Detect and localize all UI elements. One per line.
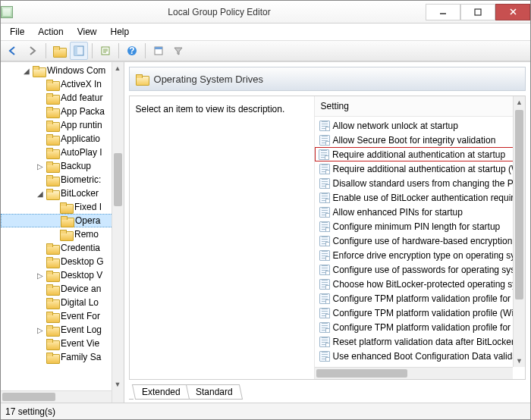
tab-extended[interactable]: Extended (131, 384, 190, 400)
setting-item[interactable]: Require additional authentication at sta… (315, 161, 525, 176)
scroll-down-icon[interactable]: ▼ (514, 355, 525, 367)
menu-action[interactable]: Action (32, 25, 69, 39)
tree-item[interactable]: Opera (1, 214, 124, 227)
tree[interactable]: ◢Windows ComActiveX InAdd featurApp Pack… (1, 62, 124, 403)
tree-item[interactable]: Digital Lo (1, 296, 124, 309)
properties-button[interactable] (149, 42, 168, 60)
back-button[interactable] (4, 42, 22, 60)
setting-item[interactable]: Configure use of hardware-based encrypti… (315, 234, 525, 248)
setting-item[interactable]: Enforce drive encryption type on operati… (315, 248, 525, 262)
tree-item[interactable]: ▷Backup (1, 159, 124, 173)
export-button[interactable] (96, 42, 115, 60)
setting-item[interactable]: Configure minimum PIN length for startup (315, 219, 525, 234)
setting-item[interactable]: Configure TPM platform validation profil… (315, 320, 525, 334)
setting-item[interactable]: Require additional authentication at sta… (315, 147, 525, 161)
setting-item[interactable]: Choose how BitLocker-protected operating… (315, 277, 525, 291)
show-tree-button[interactable] (70, 42, 88, 60)
folder-icon (60, 202, 72, 212)
setting-item[interactable]: Allow Secure Boot for integrity validati… (315, 133, 525, 147)
setting-label: Configure minimum PIN length for startup (333, 221, 501, 232)
scroll-thumb[interactable] (316, 369, 407, 378)
tree-item[interactable]: ▷Desktop V (1, 268, 124, 282)
tree-item[interactable]: ◢BitLocker (1, 186, 124, 200)
tree-item[interactable]: ◢Windows Com (1, 64, 124, 77)
tree-item-label: Desktop V (61, 270, 102, 281)
tree-item-label: Opera (75, 215, 100, 226)
setting-item[interactable]: Configure TPM platform validation profil… (315, 291, 525, 306)
settings-list[interactable]: Allow network unlock at startupAllow Sec… (315, 117, 525, 379)
menu-file[interactable]: File (4, 25, 30, 39)
tree-item[interactable]: Applicatio (1, 132, 124, 146)
tree-item[interactable]: App runtin (1, 118, 124, 132)
details-header: Operating System Drives (129, 67, 526, 91)
expander-icon[interactable]: ▷ (36, 162, 44, 171)
tree-item[interactable]: Desktop G (1, 255, 124, 268)
policy-icon (319, 265, 330, 275)
view-tabs: Extended Standard (129, 384, 526, 400)
scroll-up-icon[interactable]: ▲ (112, 62, 124, 74)
setting-item[interactable]: Allow network unlock at startup (315, 118, 525, 133)
filter-button[interactable] (169, 42, 187, 60)
setting-label: Configure TPM platform validation profil… (333, 293, 520, 304)
setting-item[interactable]: Reset platform validation data after Bit… (315, 334, 525, 349)
close-button[interactable] (495, 4, 530, 20)
policy-icon (319, 135, 330, 146)
menu-view[interactable]: View (71, 25, 103, 39)
tree-item-label: Event For (61, 311, 100, 321)
tree-item[interactable]: Add featur (1, 91, 124, 105)
tree-item[interactable]: ActiveX In (1, 77, 124, 91)
tree-item[interactable]: Event For (1, 309, 124, 323)
up-button[interactable] (50, 42, 68, 60)
menu-help[interactable]: Help (105, 25, 136, 39)
scroll-down-icon[interactable]: ▼ (112, 378, 124, 390)
setting-item[interactable]: Enable use of BitLocker authentication r… (315, 190, 525, 205)
tree-item[interactable]: AutoPlay I (1, 146, 124, 159)
tree-item[interactable]: Family Sa (1, 350, 124, 364)
setting-label: Choose how BitLocker-protected operating… (333, 279, 524, 290)
tree-item[interactable]: Remo (1, 227, 124, 241)
tree-scrollbar-v[interactable]: ▲ ▼ (112, 62, 124, 403)
statusbar: 17 setting(s) (1, 403, 530, 419)
forward-button[interactable] (24, 42, 42, 60)
tree-item-label: Desktop G (61, 256, 104, 267)
scroll-thumb[interactable] (515, 110, 523, 299)
status-text: 17 setting(s) (5, 406, 55, 417)
tree-item[interactable]: Fixed I (1, 200, 124, 214)
setting-item[interactable]: Use enhanced Boot Configuration Data val… (315, 349, 525, 363)
settings-scrollbar-v[interactable]: ▲ ▼ (513, 96, 525, 367)
tab-standard[interactable]: Standard (186, 384, 243, 400)
setting-item[interactable]: Allow enhanced PINs for startup (315, 205, 525, 219)
tree-item[interactable]: Event Vie (1, 337, 124, 350)
policy-icon (319, 322, 330, 333)
scroll-up-icon[interactable]: ▲ (514, 96, 525, 108)
scroll-thumb[interactable] (114, 153, 122, 206)
tree-item-label: App runtin (61, 120, 102, 130)
setting-label: Configure use of hardware-based encrypti… (333, 236, 523, 246)
setting-item[interactable]: Configure TPM platform validation profil… (315, 306, 525, 320)
tree-item[interactable]: ▷Event Log (1, 323, 124, 337)
expander-icon[interactable]: ▷ (36, 326, 44, 334)
scroll-thumb[interactable] (2, 393, 55, 401)
settings-scrollbar-h[interactable] (315, 367, 513, 379)
settings-column-header[interactable]: Setting (315, 96, 525, 117)
tree-item-label: Event Log (61, 324, 102, 335)
expander-icon[interactable]: ▷ (36, 271, 44, 280)
policy-icon (319, 164, 330, 174)
tree-item[interactable]: App Packa (1, 105, 124, 118)
policy-icon (319, 149, 329, 160)
expander-icon[interactable]: ◢ (23, 67, 30, 75)
tree-item[interactable]: Biometric: (1, 173, 124, 186)
expander-icon[interactable]: ◢ (36, 190, 44, 198)
maximize-button[interactable] (460, 4, 495, 20)
setting-label: Allow Secure Boot for integrity validati… (333, 135, 496, 146)
tree-item[interactable]: Credentia (1, 241, 124, 255)
setting-label: Configure TPM platform validation profil… (333, 308, 519, 318)
setting-label: Disallow standard users from changing th… (333, 178, 523, 189)
setting-item[interactable]: Disallow standard users from changing th… (315, 176, 525, 190)
tree-item[interactable]: Device an (1, 282, 124, 296)
folder-icon (61, 216, 73, 226)
setting-item[interactable]: Configure use of passwords for operating… (315, 262, 525, 277)
minimize-button[interactable] (426, 4, 460, 20)
help-button[interactable]: ? (123, 42, 141, 60)
tree-scrollbar-h[interactable] (1, 390, 112, 403)
